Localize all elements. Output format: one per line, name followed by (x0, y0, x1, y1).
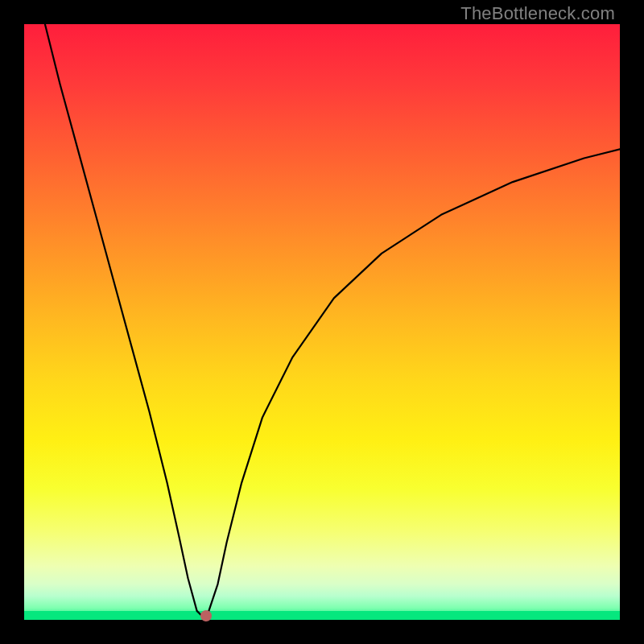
chart-frame: TheBottleneck.com (0, 0, 644, 644)
watermark-text: TheBottleneck.com (460, 3, 615, 24)
bottleneck-curve (24, 24, 620, 620)
optimal-point-marker (200, 610, 212, 621)
plot-area: TheBottleneck.com (24, 24, 620, 620)
